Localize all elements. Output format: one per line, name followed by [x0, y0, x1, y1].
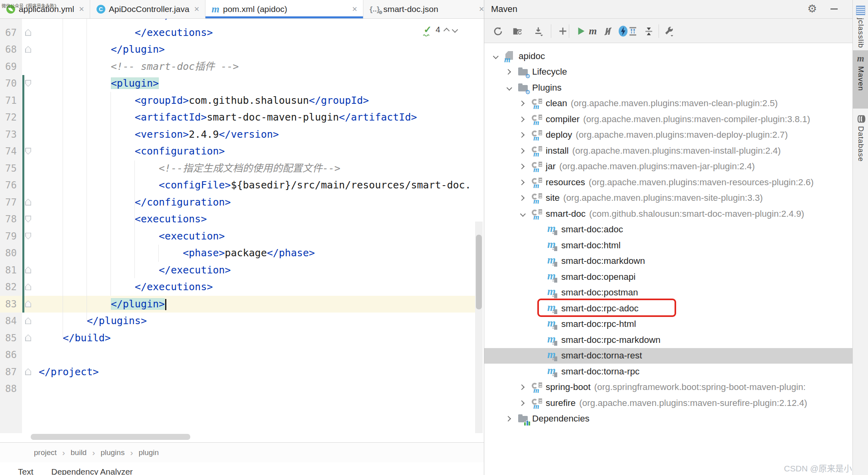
chevron-right-icon[interactable] — [519, 117, 525, 122]
next-problem-icon[interactable] — [452, 26, 458, 33]
tree-item-smart-doc-postman[interactable]: msmart-doc:postman — [484, 285, 852, 301]
tree-item-apidoc[interactable]: mapidoc — [484, 48, 852, 64]
tab-dependency-analyzer[interactable]: Dependency Analyzer — [51, 467, 133, 475]
chevron-down-icon[interactable] — [507, 85, 512, 91]
chevron-right-icon[interactable] — [519, 148, 525, 154]
stripe-item-database[interactable]: Database — [856, 126, 865, 162]
plugin-icon: m — [531, 208, 542, 220]
chevron-down-icon[interactable] — [493, 53, 499, 59]
close-icon[interactable]: × — [79, 5, 84, 14]
skip-tests-icon[interactable] — [602, 26, 614, 37]
tree-item-label: Lifecycle — [532, 67, 567, 77]
stripe-item-maven[interactable]: m Maven — [853, 50, 868, 109]
hide-panel-icon[interactable] — [831, 8, 838, 10]
download-sources-icon[interactable] — [533, 26, 544, 37]
tree-item-smart-doc-rpc-markdown[interactable]: msmart-doc:rpc-markdown — [484, 332, 852, 348]
tree-item-jar[interactable]: mjar(org.apache.maven.plugins:maven-jar-… — [484, 159, 852, 175]
tree-item-smart-doc-rpc-html[interactable]: msmart-doc:rpc-html — [484, 317, 852, 332]
tab-smart-doc-json[interactable]: {..}⚙ smart-doc.json × — [363, 0, 490, 18]
tree-item-smart-doc[interactable]: msmart-doc(com.github.shalousun:smart-do… — [484, 206, 852, 222]
fold-marker-icon[interactable] — [25, 199, 31, 206]
breadcrumb-separator: › — [92, 448, 95, 457]
chevron-right-icon[interactable] — [519, 384, 525, 390]
ide-window: application.yml × C ApiDocController.jav… — [0, 0, 868, 475]
tree-item-plugins[interactable]: ⚙Plugins — [484, 80, 852, 96]
chevron-right-icon[interactable] — [505, 69, 511, 75]
add-maven-project-icon[interactable] — [557, 26, 568, 37]
tree-item-install[interactable]: minstall(org.apache.maven.plugins:maven-… — [484, 143, 852, 159]
tree-item-smart-doc-torna-rpc[interactable]: msmart-doc:torna-rpc — [484, 364, 852, 380]
tree-item-smart-doc-openapi[interactable]: msmart-doc:openapi — [484, 269, 852, 285]
close-icon[interactable]: × — [479, 5, 484, 14]
tree-item-site[interactable]: msite(org.apache.maven.plugins:maven-sit… — [484, 190, 852, 206]
jclasslib-icon[interactable] — [856, 6, 865, 15]
breadcrumb-item-plugins[interactable]: plugins — [101, 448, 124, 457]
tree-item-label: apidoc — [519, 51, 545, 61]
tab-pom-xml[interactable]: m pom.xml (apidoc) × — [205, 0, 363, 18]
fold-marker-icon[interactable] — [25, 46, 31, 53]
collapse-all-icon[interactable] — [643, 26, 654, 37]
tree-item-compiler[interactable]: mcompiler(org.apache.maven.plugins:maven… — [484, 111, 852, 127]
java-class-icon: C — [97, 5, 105, 14]
tree-item-smart-doc-rpc-adoc[interactable]: msmart-doc:rpc-adoc — [484, 301, 852, 317]
fold-marker-icon[interactable] — [25, 216, 31, 222]
chevron-right-icon[interactable] — [519, 180, 525, 185]
code-editor[interactable]: 6667686970717273747576777879808182838485… — [0, 19, 484, 433]
goal-icon: m — [547, 303, 558, 314]
prev-problem-icon[interactable] — [444, 28, 450, 34]
tree-item-surefire[interactable]: msurefire(org.apache.maven.plugins:maven… — [484, 395, 852, 411]
chevron-right-icon[interactable] — [519, 164, 525, 169]
tree-item-clean[interactable]: mclean(org.apache.maven.plugins:maven-cl… — [484, 96, 852, 112]
stripe-item-jclasslib[interactable]: jclasslib — [856, 18, 865, 48]
chevron-down-icon[interactable] — [520, 211, 526, 217]
tab-text-view[interactable]: Text — [18, 467, 34, 475]
tree-item-smart-doc-html[interactable]: msmart-doc:html — [484, 238, 852, 253]
tree-item-label: resources — [546, 177, 585, 188]
chevron-right-icon[interactable] — [519, 400, 525, 406]
fold-marker-icon[interactable] — [25, 148, 31, 154]
execute-goal-icon[interactable]: m — [588, 26, 599, 37]
code-line: <configuration> — [39, 143, 225, 160]
tree-item-resources[interactable]: mresources(org.apache.maven.plugins:mave… — [484, 174, 852, 190]
run-icon[interactable] — [575, 26, 586, 37]
tab-label: smart-doc.json — [383, 4, 438, 14]
expand-all-icon[interactable] — [627, 26, 638, 37]
breadcrumb-item-project[interactable]: project — [34, 448, 57, 457]
editor-hscrollbar-thumb[interactable] — [31, 434, 190, 440]
breadcrumb-item-plugin[interactable]: plugin — [138, 448, 159, 457]
gear-icon[interactable]: ⚙ — [807, 2, 817, 15]
editor-vscrollbar-thumb[interactable] — [476, 235, 482, 309]
tree-item-deploy[interactable]: mdeploy(org.apache.maven.plugins:maven-d… — [484, 127, 852, 143]
chevron-right-icon[interactable] — [519, 101, 525, 106]
tree-item-lifecycle[interactable]: ⚙Lifecycle — [484, 64, 852, 80]
fold-marker-icon[interactable] — [25, 283, 31, 290]
tree-item-smart-doc-adoc[interactable]: msmart-doc:adoc — [484, 222, 852, 238]
close-icon[interactable]: × — [352, 5, 357, 14]
close-icon[interactable]: × — [194, 5, 199, 14]
maven-settings-icon[interactable] — [663, 26, 674, 37]
tab-apidoccontroller-java[interactable]: C ApiDocController.java × — [90, 0, 205, 18]
chevron-right-icon[interactable] — [519, 195, 525, 201]
tree-item-smart-doc-torna-rest[interactable]: msmart-doc:torna-rest — [484, 348, 852, 364]
chevron-right-icon[interactable] — [519, 132, 525, 138]
fold-marker-icon[interactable] — [25, 80, 31, 87]
line-number: 78 — [5, 211, 21, 228]
fold-marker-icon[interactable] — [25, 334, 31, 341]
fold-marker-icon[interactable] — [25, 29, 31, 36]
fold-marker-icon[interactable] — [25, 368, 31, 375]
tree-item-spring-boot[interactable]: mspring-boot(org.springframework.boot:sp… — [484, 380, 852, 396]
inspection-widget[interactable]: ✓ 4 — [424, 25, 457, 34]
database-icon[interactable] — [856, 114, 866, 125]
breadcrumb-item-build[interactable]: build — [71, 448, 87, 457]
tree-item-dependencies[interactable]: Dependencies — [484, 411, 852, 427]
fold-marker-icon[interactable] — [25, 233, 31, 239]
fold-marker-icon[interactable] — [25, 317, 31, 324]
chevron-right-icon[interactable] — [505, 416, 511, 422]
maven-project-icon: m — [504, 51, 515, 62]
tree-item-smart-doc-markdown[interactable]: msmart-doc:markdown — [484, 253, 852, 269]
fold-marker-icon[interactable] — [25, 267, 31, 273]
generate-sources-icon[interactable] — [512, 26, 523, 37]
tree-item-label: site — [546, 193, 560, 203]
plugin-icon: m — [531, 192, 542, 204]
refresh-icon[interactable] — [492, 26, 503, 37]
